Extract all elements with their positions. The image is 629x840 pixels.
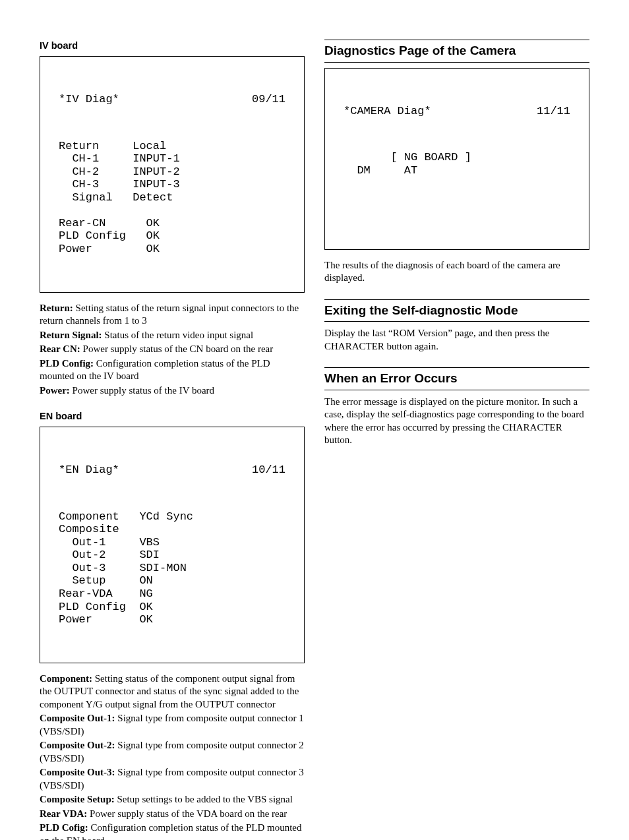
definition-line: Power: Power supply status of the IV boa… [40, 384, 305, 398]
en-diag-title: *EN Diag* [59, 464, 252, 477]
definition-term: Return Signal: [40, 330, 102, 340]
en-definitions: Component: Setting status of the compone… [40, 673, 305, 840]
exiting-heading: Exiting the Self-diagnostic Mode [324, 299, 589, 322]
definition-line: Rear CN: Power supply status of the CN b… [40, 343, 305, 356]
definition-line: Return Signal: Status of the return vide… [40, 329, 305, 342]
en-diag-lines: Component YCd Sync Composite Out-1 VBS O… [59, 510, 285, 626]
camera-diag-box: *CAMERA Diag* 11/11 [ NG BOARD ] DM AT [324, 68, 589, 250]
definition-term: Composite Out-1: [40, 713, 115, 723]
diag-camera-paragraph: The results of the diagnosis of each boa… [324, 259, 589, 285]
definition-line: Rear VDA: Power supply status of the VDA… [40, 808, 305, 821]
iv-board-section: IV board *IV Diag* 09/11 Return Local CH… [40, 40, 305, 397]
definition-term: PLD Cofig: [40, 822, 88, 833]
error-heading: When an Error Occurs [324, 367, 589, 390]
definition-desc: Power supply status of the IV board [70, 385, 214, 396]
exiting-paragraph: Display the last “ROM Version” page, and… [324, 327, 589, 353]
camera-diag-page: 11/11 [537, 105, 570, 118]
error-paragraph: The error message is displayed on the pi… [324, 396, 589, 447]
definition-desc: Setting status of the return signal inpu… [40, 303, 299, 326]
definition-line: Composite Out-2: Signal type from compos… [40, 739, 305, 765]
definition-line: Composite Out-1: Signal type from compos… [40, 712, 305, 738]
definition-term: Power: [40, 385, 70, 396]
iv-diag-box: *IV Diag* 09/11 Return Local CH-1 INPUT-… [40, 56, 305, 293]
definition-term: Rear CN: [40, 344, 80, 354]
diag-camera-heading: Diagnostics Page of the Camera [324, 40, 589, 63]
en-diag-box: *EN Diag* 10/11 Component YCd Sync Compo… [40, 427, 305, 663]
iv-diag-title: *IV Diag* [59, 93, 252, 106]
definition-desc: Power supply status of the VDA board on … [87, 808, 287, 819]
en-board-section: EN board *EN Diag* 10/11 Component YCd S… [40, 410, 305, 840]
definition-term: Composite Out-3: [40, 767, 115, 777]
iv-definitions: Return: Setting status of the return sig… [40, 302, 305, 398]
definition-term: Composite Setup: [40, 794, 115, 804]
definition-desc: Status of the return video input signal [102, 330, 254, 340]
definition-line: PLD Cofig: Configuration completion stat… [40, 822, 305, 840]
definition-line: Component: Setting status of the compone… [40, 673, 305, 711]
iv-diag-page: 09/11 [252, 93, 285, 106]
right-column: Diagnostics Page of the Camera *CAMERA D… [324, 40, 589, 840]
left-column: IV board *IV Diag* 09/11 Return Local CH… [40, 40, 305, 840]
definition-line: PLD Config: Configuration completion sta… [40, 357, 305, 383]
definition-desc: Setup settings to be added to the VBS si… [115, 794, 293, 804]
iv-diag-lines: Return Local CH-1 INPUT-1 CH-2 INPUT-2 C… [59, 140, 285, 256]
camera-diag-lines: [ NG BOARD ] DM AT [344, 151, 570, 177]
definition-desc: Power supply status of the CN board on t… [80, 344, 273, 354]
definition-term: Rear VDA: [40, 808, 87, 819]
en-heading: EN board [40, 410, 305, 423]
definition-line: Composite Out-3: Signal type from compos… [40, 766, 305, 792]
iv-heading: IV board [40, 40, 305, 52]
en-diag-page: 10/11 [252, 464, 285, 477]
definition-line: Return: Setting status of the return sig… [40, 302, 305, 328]
page-content: IV board *IV Diag* 09/11 Return Local CH… [0, 0, 629, 840]
definition-line: Composite Setup: Setup settings to be ad… [40, 793, 305, 806]
definition-term: PLD Config: [40, 358, 94, 369]
definition-term: Return: [40, 303, 73, 313]
camera-diag-title: *CAMERA Diag* [344, 105, 537, 118]
definition-term: Component: [40, 673, 92, 684]
definition-term: Composite Out-2: [40, 740, 115, 750]
